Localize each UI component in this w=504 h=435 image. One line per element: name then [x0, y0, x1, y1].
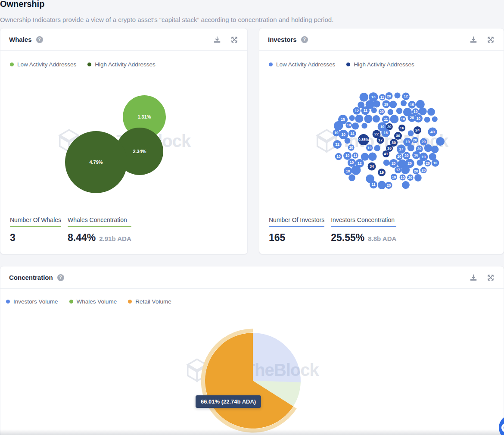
svg-text:10: 10 [349, 145, 353, 150]
svg-text:10: 10 [433, 161, 438, 165]
svg-text:20: 20 [422, 140, 426, 144]
legend-dot [69, 300, 73, 304]
legend-item-high-activity[interactable]: High Activity Addresses [87, 61, 155, 68]
stat-whales-concentration: Whales Concentration 8.44% 2.91b ADA [68, 216, 131, 244]
svg-text:16: 16 [384, 131, 388, 135]
svg-text:12: 12 [404, 94, 408, 98]
svg-text:32: 32 [335, 142, 339, 147]
investors-panel: Investors ? Low Activity Addresses [259, 28, 504, 254]
svg-text:19: 19 [334, 131, 339, 135]
investors-panel-actions [469, 35, 495, 44]
svg-text:2.34%: 2.34% [133, 149, 146, 154]
whales-panel-header: Whales ? [0, 28, 247, 51]
svg-text:11: 11 [353, 153, 357, 158]
svg-text:11: 11 [380, 95, 384, 100]
download-icon[interactable] [213, 35, 221, 44]
svg-text:1.31%: 1.31% [137, 114, 151, 119]
legend-dot [269, 63, 273, 66]
svg-text:41: 41 [384, 152, 388, 156]
legend-item-investors-volume[interactable]: Investors Volume [6, 298, 58, 305]
svg-text:13: 13 [371, 95, 376, 99]
svg-text:24: 24 [415, 128, 420, 132]
svg-text:10: 10 [342, 132, 346, 137]
page-title: Ownership [0, 0, 44, 9]
help-icon[interactable]: ? [36, 36, 43, 43]
svg-text:17: 17 [378, 138, 383, 142]
whales-panel-actions [213, 35, 239, 44]
legend-item-retail-volume[interactable]: Retail Volume [128, 298, 171, 305]
svg-text:15: 15 [410, 103, 414, 107]
svg-text:16: 16 [400, 126, 404, 130]
svg-text:19: 19 [392, 175, 396, 179]
svg-text:30: 30 [396, 134, 400, 138]
investors-panel-header: Investors ? [259, 28, 504, 51]
whales-count-value: 3 [10, 232, 16, 244]
svg-text:10: 10 [414, 110, 418, 114]
legend-item-low-activity[interactable]: Low Activity Addresses [10, 61, 76, 68]
whales-panel-title: Whales [9, 36, 32, 43]
investors-legend: Low Activity Addresses High Activity Add… [259, 51, 504, 68]
expand-icon[interactable] [486, 35, 495, 44]
legend-item-high-activity[interactable]: High Activity Addresses [346, 61, 414, 68]
help-icon[interactable]: ? [301, 36, 308, 43]
investors-bubble-chart[interactable]: IntoTheBlock 131120121915121120101511102… [259, 73, 504, 211]
svg-text:0.85%: 0.85% [358, 138, 369, 142]
whales-concentration-value: 8.44% [68, 232, 96, 244]
svg-text:10: 10 [401, 175, 405, 180]
svg-text:40: 40 [430, 130, 435, 134]
svg-text:10: 10 [346, 169, 350, 173]
svg-text:11: 11 [364, 108, 367, 113]
svg-text:17: 17 [399, 147, 404, 151]
svg-text:14: 14 [350, 131, 355, 136]
chat-icon [501, 423, 504, 432]
expand-icon[interactable] [486, 273, 495, 282]
svg-text:20: 20 [387, 125, 392, 129]
svg-text:12: 12 [355, 109, 359, 113]
concentration-legend: Investors Volume Whales Volume Retail Vo… [0, 289, 504, 305]
svg-text:10: 10 [345, 153, 350, 158]
stat-number-of-investors: Number Of Investors 165 [269, 216, 324, 244]
svg-text:20: 20 [426, 161, 430, 166]
legend-dot [87, 63, 91, 66]
whales-concentration-ada: 2.91b ADA [99, 235, 131, 242]
svg-text:10: 10 [401, 117, 405, 121]
svg-text:20: 20 [408, 161, 412, 166]
svg-text:17: 17 [396, 168, 400, 172]
svg-text:20: 20 [417, 147, 422, 151]
legend-dot [10, 63, 14, 66]
bottom-shadow [0, 429, 504, 435]
help-icon[interactable]: ? [57, 274, 64, 281]
legend-item-whales-volume[interactable]: Whales Volume [69, 298, 117, 305]
svg-text:19: 19 [380, 170, 384, 175]
stat-investors-concentration: Investors Concentration 25.55% 8.8b ADA [331, 216, 396, 244]
legend-dot [128, 300, 132, 304]
svg-text:10: 10 [422, 155, 426, 159]
svg-text:20: 20 [392, 161, 396, 166]
svg-text:12: 12 [358, 161, 362, 166]
svg-text:10: 10 [336, 154, 341, 159]
whales-bubble-chart[interactable]: IntoTheBlock 1.31%2.34%4.79% [0, 73, 247, 211]
legend-item-low-activity[interactable]: Low Activity Addresses [269, 61, 335, 68]
concentration-pie-chart[interactable]: IntoTheBlock 66.01% (22.74b ADA) [0, 308, 504, 435]
svg-text:10: 10 [347, 123, 351, 127]
svg-text:20: 20 [410, 116, 414, 120]
investors-concentration-value: 25.55% [331, 232, 364, 244]
download-icon[interactable] [469, 273, 478, 282]
svg-text:10: 10 [380, 125, 385, 129]
investors-panel-title: Investors [268, 36, 297, 43]
svg-text:15: 15 [341, 117, 345, 122]
svg-text:20: 20 [421, 168, 426, 172]
svg-text:20: 20 [387, 94, 391, 98]
ownership-dashboard: Ownership Ownership Indicators provide a… [0, 0, 504, 435]
svg-text:20: 20 [413, 138, 417, 142]
svg-text:20: 20 [404, 153, 409, 158]
whales-stats: Number Of Whales 3 Whales Concentration … [10, 216, 131, 244]
svg-text:10: 10 [350, 160, 354, 165]
svg-text:20: 20 [408, 175, 413, 180]
svg-text:10: 10 [367, 146, 372, 150]
download-icon[interactable] [469, 35, 478, 44]
whales-legend: Low Activity Addresses High Activity Add… [0, 51, 247, 68]
svg-text:11: 11 [384, 117, 388, 122]
expand-icon[interactable] [230, 35, 239, 44]
svg-text:4.79%: 4.79% [89, 160, 103, 165]
